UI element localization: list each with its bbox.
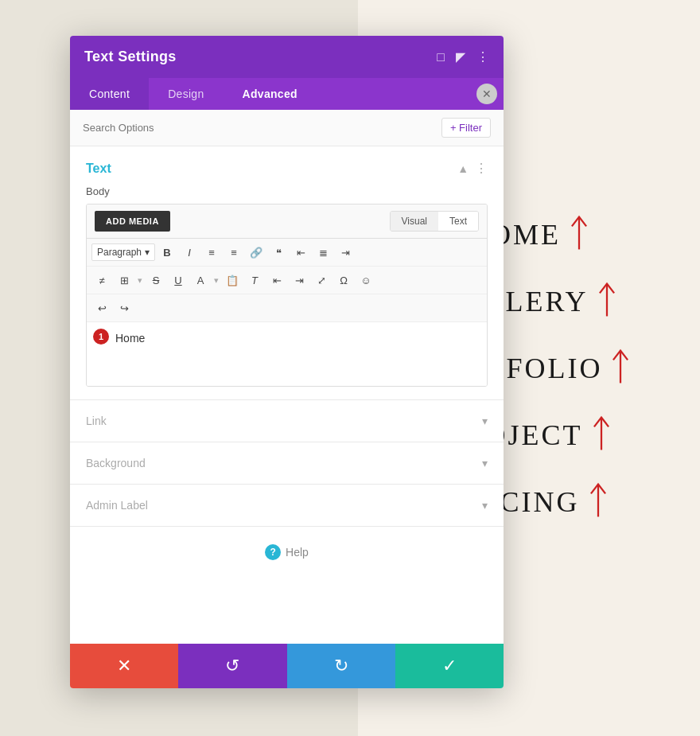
filter-button[interactable]: + Filter [441, 118, 491, 138]
underline-button[interactable]: U [168, 270, 189, 290]
italic-button[interactable]: I [179, 242, 200, 263]
view-visual-tab[interactable]: Visual [391, 212, 438, 231]
undo-button[interactable]: ↩ [91, 298, 112, 318]
search-bar: + Filter [70, 110, 504, 146]
arrow-pricing-icon [586, 481, 610, 524]
align-justify-button[interactable]: ≠ [91, 270, 112, 290]
modal-body: Text ▲ ⋮ Body ADD MEDIA Visual Text [70, 146, 504, 644]
header-icons: □ ◤ ⋮ [437, 49, 489, 64]
tab-content[interactable]: Content [70, 78, 149, 110]
align-left-button[interactable]: ⇤ [290, 242, 311, 263]
text-section-header: Text ▲ ⋮ [70, 146, 504, 185]
modal-footer: ✕ ↺ ↻ ✓ [70, 644, 504, 688]
modal-tabs: Content Design Advanced ✕ [70, 78, 504, 110]
search-input[interactable] [83, 122, 441, 134]
modal-header: Text Settings □ ◤ ⋮ [70, 36, 504, 78]
view-text-tab[interactable]: Text [438, 212, 478, 231]
special-chars-button[interactable]: Ω [333, 270, 354, 290]
link-chevron-icon: ▾ [482, 415, 488, 427]
admin-label-chevron-icon: ▾ [482, 499, 488, 512]
clear-format-button[interactable]: T [244, 270, 265, 290]
cancel-button[interactable]: ✕ [70, 644, 178, 688]
link-section-title: Link [86, 415, 107, 427]
paste-special-button[interactable]: 📋 [222, 270, 243, 290]
text-color-button[interactable]: A [190, 270, 211, 290]
arrow-project-icon [589, 414, 613, 457]
view-tabs: Visual Text [390, 211, 479, 232]
ol-button[interactable]: ≡ [224, 242, 244, 263]
emoji-button[interactable]: ☺ [356, 270, 376, 290]
add-media-bar: ADD MEDIA Visual Text [87, 204, 487, 239]
background-section[interactable]: Background ▾ [70, 442, 504, 485]
strikethrough-button[interactable]: S [146, 270, 166, 290]
editor-text[interactable]: Home [115, 330, 477, 345]
editor-area: ADD MEDIA Visual Text Paragraph ▾ B I ≡ [86, 204, 488, 387]
tab-design[interactable]: Design [149, 78, 223, 110]
fullscreen-button[interactable]: ⤢ [311, 270, 332, 290]
quote-button[interactable]: ❝ [268, 242, 289, 263]
paragraph-select[interactable]: Paragraph ▾ [91, 243, 155, 261]
align-center-button[interactable]: ≣ [313, 242, 333, 263]
modal-title: Text Settings [84, 49, 177, 65]
split-icon[interactable]: ◤ [456, 49, 465, 64]
arrow-gallery-icon [595, 280, 619, 323]
badge-1: 1 [93, 329, 109, 345]
toolbar-row-3: ↩ ↪ [87, 294, 487, 322]
save-button[interactable]: ✓ [395, 644, 504, 688]
link-button[interactable]: 🔗 [246, 242, 266, 263]
add-media-button[interactable]: ADD MEDIA [95, 211, 170, 232]
bold-button[interactable]: B [157, 242, 177, 263]
undo-footer-button[interactable]: ↺ [178, 644, 286, 688]
expand-icon[interactable]: □ [437, 50, 445, 64]
indent-out-button[interactable]: ⇤ [266, 270, 287, 290]
indent-in-button[interactable]: ⇥ [289, 270, 309, 290]
text-section-title: Text [86, 162, 111, 176]
tab-advanced[interactable]: Advanced [224, 78, 317, 110]
text-settings-modal: Text Settings □ ◤ ⋮ Content Design Advan… [70, 36, 504, 688]
editor-content[interactable]: 1 Home [87, 322, 487, 386]
toolbar-row-2: ≠ ⊞ ▾ S U A ▾ 📋 T ⇤ ⇥ ⤢ Ω ☺ [87, 267, 487, 294]
redo-footer-button[interactable]: ↻ [287, 644, 395, 688]
collapse-icon[interactable]: ▲ [457, 162, 469, 175]
background-chevron-icon: ▾ [482, 457, 488, 469]
admin-label-section[interactable]: Admin Label ▾ [70, 485, 504, 527]
arrow-home-icon [567, 213, 591, 256]
admin-label-title: Admin Label [86, 499, 148, 512]
arrow-portfolio-icon [609, 347, 632, 390]
background-section-title: Background [86, 457, 146, 469]
align-right-button[interactable]: ⇥ [335, 242, 356, 263]
redo-button[interactable]: ↪ [114, 298, 134, 318]
text-section: Text ▲ ⋮ Body ADD MEDIA Visual Text [70, 146, 504, 400]
table-button[interactable]: ⊞ [114, 270, 134, 290]
section-more-icon[interactable]: ⋮ [475, 161, 488, 176]
body-label: Body [70, 185, 504, 204]
more-icon[interactable]: ⋮ [476, 49, 489, 64]
toolbar-row-1: Paragraph ▾ B I ≡ ≡ 🔗 ❝ ⇤ ≣ ⇥ [87, 239, 487, 267]
help-label: Help [286, 546, 309, 559]
section-controls: ▲ ⋮ [457, 161, 488, 176]
help-icon: ? [265, 544, 281, 560]
link-section[interactable]: Link ▾ [70, 400, 504, 442]
help-area[interactable]: ? Help [70, 527, 504, 578]
close-button[interactable]: ✕ [476, 84, 497, 104]
ul-button[interactable]: ≡ [201, 242, 222, 263]
